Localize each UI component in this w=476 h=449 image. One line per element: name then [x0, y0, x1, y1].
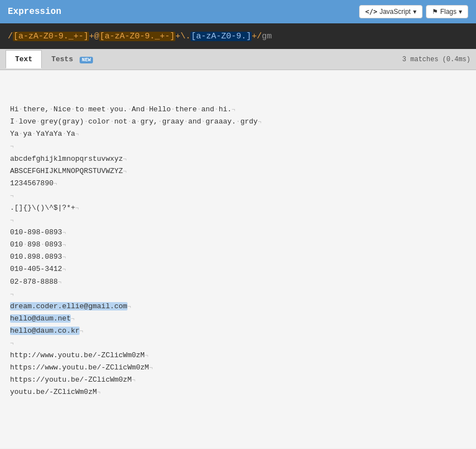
line-url-1: http://www.youtu.be/-ZClicWm0zM¬: [10, 349, 466, 362]
line-url-3: https://youtu.be/-ZClicWm0zM¬: [10, 374, 466, 386]
flags-label: Flags: [440, 8, 457, 16]
code-icon: </>: [365, 8, 377, 16]
line-11: 010-898-0893¬: [10, 226, 466, 239]
tab-text[interactable]: Text: [6, 50, 42, 68]
regex-bar: /[a-zA-Z0-9._+-]+@[a-zA-Z0-9._+-]+\.[a-z…: [0, 23, 476, 49]
tab-tests-label: Tests: [51, 55, 73, 63]
tab-text-label: Text: [15, 55, 32, 63]
tabs-bar: Text Tests NEW 3 matches (0.4ms): [0, 49, 476, 70]
regex-part3: [a-zA-Z0-9.]: [190, 32, 252, 41]
line-7: 1234567890¬: [10, 177, 466, 190]
regex-open-slash: /: [8, 32, 13, 41]
line-14: 010-405-3412¬: [10, 263, 466, 275]
regex-dot-escape: \.: [180, 32, 190, 41]
regex-flags: gm: [262, 32, 272, 41]
line-13: 010.898.0893¬: [10, 251, 466, 263]
line-12: 010·898·0893¬: [10, 239, 466, 251]
tab-tests[interactable]: Tests NEW: [42, 50, 102, 68]
regex-plus1: +: [89, 32, 94, 41]
line-6: ABSCEFGHIJKLMNOPQRSTUVWZYZ¬: [10, 165, 466, 177]
line-8: ¬: [10, 190, 466, 202]
line-17: ¬: [10, 337, 466, 349]
line-2: I·love·grey(gray)·color·not·a·gry,·graay…: [10, 116, 466, 128]
line-url-4: youtu.be/-ZClicWm0zM¬: [10, 386, 466, 398]
line-1: Hi·there,·Nice·to·meet·you.·And·Hello·th…: [10, 103, 466, 116]
match-1: dream.coder.ellie@gmail.com: [10, 302, 127, 310]
line-email-3: hello@daum.co.kr¬: [10, 325, 466, 337]
line-url-2: https://www.youtu.be/-ZClicWm0zM¬: [10, 362, 466, 374]
header: Expression </> JavaScript ▾ ⚑ Flags ▾: [0, 0, 476, 23]
match-3: hello@daum.co.kr: [10, 327, 80, 335]
regex-part1: [a-zA-Z0-9._+-]: [13, 32, 89, 41]
regex-at: @: [94, 32, 99, 41]
chevron-down-icon-2: ▾: [459, 8, 462, 16]
line-16: ¬: [10, 288, 466, 300]
header-buttons: </> JavaScript ▾ ⚑ Flags ▾: [359, 5, 468, 18]
line-5: abcdefghijklmnopqrstuvwxyz¬: [10, 153, 466, 165]
regex-part2: [a-zA-Z0-9._+-]: [99, 32, 175, 41]
header-title: Expression: [8, 7, 61, 17]
javascript-button[interactable]: </> JavaScript ▾: [359, 5, 423, 18]
regex-close-slash: /: [257, 32, 262, 41]
line-3: Ya·ya·YaYaYa·Ya¬: [10, 128, 466, 140]
matches-count: 3 matches (0.4ms): [403, 56, 470, 63]
chevron-down-icon: ▾: [413, 8, 416, 16]
line-9: .[]{}\()\^$|?*+¬: [10, 202, 466, 214]
flags-button[interactable]: ⚑ Flags ▾: [426, 5, 468, 18]
regex-plus2: +: [175, 32, 180, 41]
javascript-label: JavaScript: [380, 8, 411, 16]
line-email-2: hello@daum.net¬: [10, 313, 466, 325]
line-email-1: dream.coder.ellie@gmail.com¬: [10, 300, 466, 313]
line-10: ¬: [10, 214, 466, 226]
text-area[interactable]: Hi·there,·Nice·to·meet·you.·And·Hello·th…: [0, 70, 476, 448]
flag-icon: ⚑: [432, 8, 438, 16]
tabs-left: Text Tests NEW: [6, 50, 102, 68]
line-4: ¬: [10, 140, 466, 152]
regex-plus3: +: [252, 32, 257, 41]
line-15: 02-878-8888¬: [10, 276, 466, 288]
new-badge: NEW: [80, 57, 93, 63]
match-2: hello@daum.net: [10, 314, 71, 323]
